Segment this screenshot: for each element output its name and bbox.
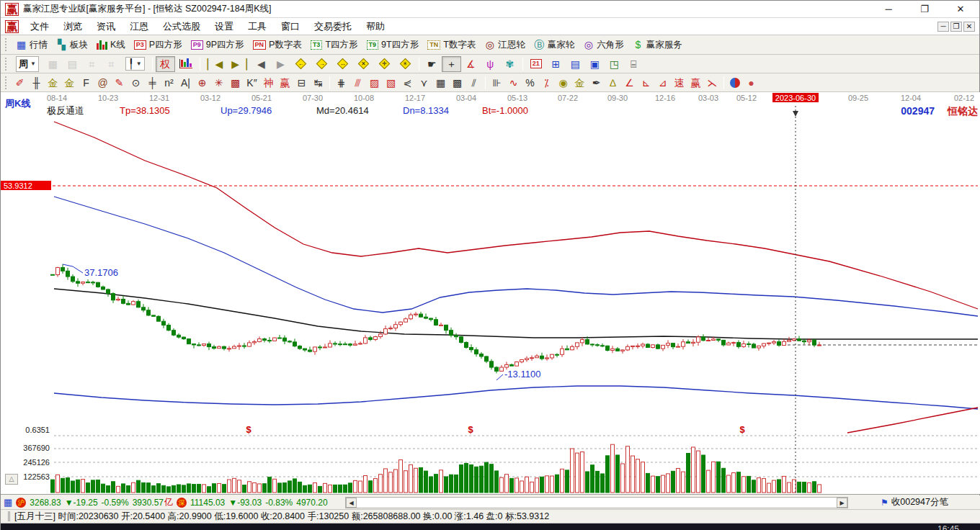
gold-grid2-tool[interactable]: 金 — [61, 75, 78, 91]
spiral-tool[interactable]: @ — [94, 75, 111, 91]
j-angle-tool[interactable]: ⊾ — [638, 75, 654, 91]
child-restore-button[interactable]: ❐ — [950, 22, 962, 32]
menu-item-2[interactable]: 浏览 — [56, 19, 89, 33]
export-button[interactable]: ◳ — [605, 56, 624, 72]
span-arrow-tool[interactable]: ↹ — [310, 75, 326, 91]
restore-button[interactable]: ❐ — [917, 4, 932, 14]
angle-gold-tool[interactable]: ∠ — [621, 75, 638, 91]
print-button[interactable]: ⌸ — [624, 56, 643, 72]
zoom-plus-button[interactable]: ✛ — [374, 56, 395, 71]
volume-pane-toggle[interactable]: △ — [5, 474, 18, 485]
menu-item-5[interactable]: 公式选股 — [156, 19, 208, 33]
pencil-tool[interactable]: ✐ — [12, 75, 28, 91]
text-tool[interactable]: A| — [177, 75, 194, 91]
k-mark-tool[interactable]: K″ — [244, 75, 260, 91]
ying-tool[interactable]: 赢 — [277, 75, 293, 91]
dot-tool[interactable]: ● — [743, 75, 760, 91]
compass-tool[interactable]: ⊕ — [194, 75, 210, 91]
price-scale-tool[interactable]: ⊪ — [489, 75, 505, 91]
calculator-button[interactable]: ⊞ — [546, 56, 566, 72]
t-square-button[interactable]: T3T四方形 — [306, 37, 362, 53]
red-pencil-tool[interactable]: ✎ — [111, 75, 128, 91]
crosshair-button[interactable]: ＋ — [442, 56, 461, 72]
f-line-tool[interactable]: F — [78, 75, 94, 91]
menu-item-1[interactable]: 文件 — [23, 19, 56, 33]
gold-angle-tool[interactable]: ∆ — [605, 75, 621, 91]
gann-bars-tool[interactable]: ⋕ — [333, 75, 349, 91]
p-square-button[interactable]: P3P四方形 — [130, 37, 187, 53]
gann-shape-button[interactable]: ψ — [481, 56, 500, 72]
zoom-right-button[interactable]: → — [311, 56, 332, 71]
scroll-left-button[interactable]: ◀ — [346, 498, 357, 508]
brush-tool[interactable]: ✒ — [588, 75, 605, 91]
quote-grid-icon[interactable]: ▦ — [4, 497, 12, 508]
minimize-button[interactable]: ─ — [881, 4, 896, 14]
child-minimize-button[interactable]: ─ — [937, 22, 949, 32]
shenzhen-market-icon[interactable]: 深 — [177, 498, 187, 508]
last-page-button[interactable]: ▶▕ — [227, 56, 251, 72]
winner-service-button[interactable]: $赢家服务 — [628, 37, 687, 53]
wave-angle-tool[interactable]: ⋋ — [704, 75, 721, 91]
hatch-line-tool[interactable]: ╫ — [28, 75, 45, 91]
speed-line-tool[interactable]: 速 — [671, 75, 687, 91]
percent-tool[interactable]: % — [522, 75, 538, 91]
rights-adjust-button[interactable]: 权 — [156, 56, 175, 72]
shen-tool[interactable]: 神 — [260, 75, 277, 91]
grid-dense2-tool[interactable]: ▩ — [449, 75, 466, 91]
grid-dense-tool[interactable]: ▦ — [432, 75, 449, 91]
shanghai-market-icon[interactable]: 沪 — [16, 498, 26, 508]
gold-line-tool[interactable]: 金 — [571, 75, 588, 91]
percent-wave-tool[interactable]: ∿ — [505, 75, 522, 91]
gann-wheel-button[interactable]: ◎江恩轮 — [480, 37, 530, 53]
menu-item-10[interactable]: 帮助 — [359, 19, 392, 33]
angle-lines-tool[interactable]: ⋞ — [399, 75, 416, 91]
menu-item-3[interactable]: 资讯 — [89, 19, 122, 33]
save-button[interactable]: ▣ — [585, 56, 605, 72]
fan-box-tool[interactable]: ▨ — [366, 75, 383, 91]
zoom-all-button[interactable]: ✳ — [395, 56, 416, 71]
time-cycle-tool[interactable]: ⊙ — [128, 75, 144, 91]
zoom-x-button[interactable]: ✕ — [353, 56, 374, 71]
pan-hand-button[interactable]: ☛ — [422, 56, 442, 72]
fan-box2-tool[interactable]: ▧ — [383, 75, 399, 91]
wave-shape-button[interactable]: ✾ — [500, 56, 520, 72]
period-dropdown[interactable]: 周▼ — [12, 54, 43, 74]
prev-page-button[interactable]: ◀ — [251, 56, 271, 72]
kline-button[interactable]: K线 — [92, 37, 130, 53]
calendar-button[interactable]: 21 — [526, 57, 546, 71]
menu-item-9[interactable]: 交易委托 — [307, 19, 359, 33]
sectors-button[interactable]: ▚板块 — [52, 37, 92, 53]
hatch2-tool[interactable]: ╪ — [144, 75, 161, 91]
kline-chart[interactable]: 0.635136769024512612256353.9312$$$37.170… — [1, 92, 980, 495]
menu-item-4[interactable]: 江恩 — [122, 19, 156, 33]
grid-circle-tool[interactable]: ▩ — [227, 75, 244, 91]
zigzag-tool[interactable]: ⋎ — [416, 75, 432, 91]
chart-area[interactable]: 0.635136769024512612256353.9312$$$37.170… — [1, 92, 980, 495]
ruler-tool[interactable]: ⊟ — [293, 75, 310, 91]
fan-lines-tool[interactable]: ⫻ — [349, 75, 366, 91]
child-close-button[interactable]: ✕ — [963, 22, 975, 32]
candle-style-dropdown[interactable]: ╿▼ — [121, 55, 149, 73]
winner-wheel-button[interactable]: Ⓑ赢家轮 — [530, 37, 579, 53]
ying-angle-tool[interactable]: 赢 — [687, 75, 704, 91]
volume-palette-button[interactable] — [175, 57, 197, 71]
gold-circle-tool[interactable]: ◉ — [555, 75, 571, 91]
next-page-button[interactable]: ▶ — [271, 56, 290, 72]
angle-measure-button[interactable]: ∡ — [461, 56, 481, 72]
parallel-tool[interactable]: ⫽ — [466, 75, 482, 91]
f-angle-tool[interactable]: ⊿ — [654, 75, 671, 91]
percent-line-tool[interactable]: ⁒ — [538, 75, 555, 91]
zoom-h-button[interactable]: ↔ — [332, 56, 353, 71]
t-digital-button[interactable]: TNT数字表 — [423, 37, 480, 53]
n2-tool[interactable]: n² — [161, 75, 177, 91]
scroll-right-button[interactable]: ▶ — [837, 498, 847, 508]
chart-hscrollbar[interactable]: ◀ ▶ — [345, 497, 848, 508]
starburst-tool[interactable]: ✳ — [210, 75, 227, 91]
menu-item-7[interactable]: 工具 — [241, 19, 274, 33]
menu-item-6[interactable]: 设置 — [208, 19, 241, 33]
p-digital-button[interactable]: PNP数字表 — [249, 37, 306, 53]
memo-button[interactable]: ▤ — [566, 56, 585, 72]
quotes-button[interactable]: ▦行情 — [12, 37, 52, 53]
yinyang-icon[interactable] — [727, 76, 743, 90]
zoom-left-button[interactable]: ← — [290, 56, 311, 71]
